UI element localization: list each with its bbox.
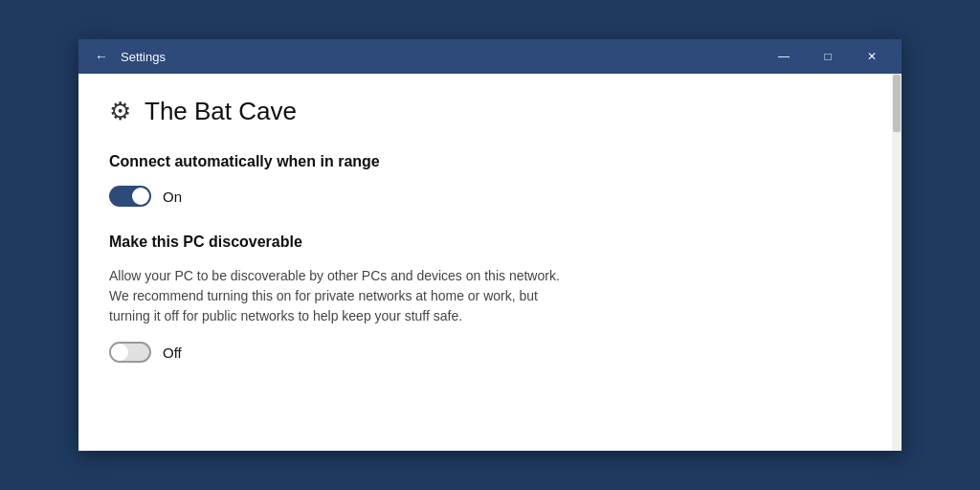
gear-icon: ⚙ bbox=[109, 97, 131, 126]
discoverable-section: Make this PC discoverable Allow your PC … bbox=[109, 234, 871, 363]
titlebar: ← Settings — □ ✕ bbox=[78, 39, 902, 74]
content-area: ⚙ The Bat Cave Connect automatically whe… bbox=[78, 74, 902, 451]
minimize-button[interactable]: — bbox=[762, 39, 806, 74]
toggle-knob-off bbox=[111, 344, 128, 361]
discoverable-toggle-label: Off bbox=[163, 345, 182, 361]
scrollbar-thumb[interactable] bbox=[893, 75, 901, 132]
connect-auto-title: Connect automatically when in range bbox=[109, 153, 871, 170]
discoverable-toggle[interactable] bbox=[109, 342, 151, 363]
connect-auto-toggle-row: On bbox=[109, 186, 871, 207]
back-button[interactable]: ← bbox=[86, 41, 117, 72]
close-button[interactable]: ✕ bbox=[850, 39, 894, 74]
page-header: ⚙ The Bat Cave bbox=[109, 97, 871, 126]
back-icon: ← bbox=[95, 49, 108, 64]
connect-auto-toggle[interactable] bbox=[109, 186, 151, 207]
discoverable-description: Allow your PC to be discoverable by othe… bbox=[109, 266, 568, 326]
connect-auto-toggle-label: On bbox=[163, 189, 182, 205]
window-title: Settings bbox=[121, 50, 762, 64]
maximize-button[interactable]: □ bbox=[806, 39, 850, 74]
settings-window: ← Settings — □ ✕ ⚙ The Bat Cave Connect … bbox=[78, 39, 902, 451]
discoverable-toggle-row: Off bbox=[109, 342, 871, 363]
scrollbar[interactable] bbox=[892, 74, 902, 451]
connect-auto-section: Connect automatically when in range On bbox=[109, 153, 871, 207]
discoverable-title: Make this PC discoverable bbox=[109, 234, 871, 251]
page-title: The Bat Cave bbox=[145, 97, 297, 126]
toggle-knob-on bbox=[132, 188, 149, 205]
window-controls: — □ ✕ bbox=[762, 39, 894, 74]
